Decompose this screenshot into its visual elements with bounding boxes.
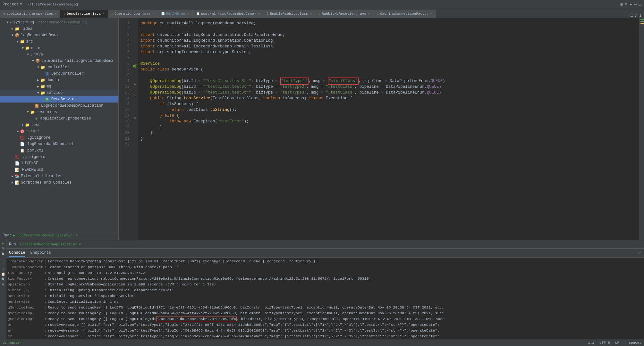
tab-close-btn[interactable]: ✕ [368,12,370,16]
vert-icon-3[interactable]: ⏹ [1,251,6,256]
tree-item-src[interactable]: ▼ 📁 src [0,38,118,45]
tab-close-btn[interactable]: ✕ [431,12,433,16]
tree-label: main [31,46,40,50]
log-sep: : [44,305,47,309]
tree-item-readme[interactable]: 📝 README.md [0,167,118,173]
tree-item-iml[interactable]: 📄 logRecordWebDemo.iml [0,141,118,147]
tree-item-appprops[interactable]: ⚙ application.properties [0,115,118,122]
tab-close-btn[interactable]: ✕ [258,12,260,16]
tree-item-mq[interactable]: ▶ 📁 mq [0,83,118,90]
maximize-icon[interactable]: □ [639,2,641,7]
gutter-fold-17[interactable]: ⊟ [131,115,138,121]
tree-arrow: ▼ [21,46,25,50]
tree-item-logrecordwebdemoapplication[interactable]: A LogRecordWebDemoApplication [0,103,118,109]
tab-close-btn[interactable]: ✕ [103,12,105,16]
vert-icon-6[interactable]: ⬇ [1,267,6,272]
tree-item-domain[interactable]: ▶ 📁 domain [0,77,118,83]
tree-item-target[interactable]: ▶ 🎯 target [0,128,118,135]
run-close[interactable]: ✕ [76,233,78,237]
log-sep: : [44,317,47,321]
tree-item-java[interactable]: ▼ ☕ java [0,51,118,58]
tab-pom[interactable]: 📋 pom.xml (logRecordWebDemo) ✕ [193,10,264,18]
log-sep: : [44,311,47,315]
tab-close-btn[interactable]: ✕ [187,12,189,16]
folder-icon: 📁 [15,27,20,31]
code-line-1: package cn.monitor4all.logrecordwebdemo.… [140,21,640,26]
minimize-icon[interactable]: — [634,2,637,7]
scroll-marker-3 [640,23,644,24]
tree-label: External Libraries [21,174,63,178]
project-label[interactable]: Project [3,2,19,7]
tab-readme[interactable]: 📄 README.md ✕ [158,10,192,18]
log-prefix: tionFactory [8,271,43,275]
tree-label: logRecordWebDemo [21,33,58,37]
tree-item-pom[interactable]: 📋 pom.xml [0,147,118,154]
bookmark-icon[interactable]: ✦ [630,2,632,7]
log-prefix: er [8,334,43,338]
tree-item-gitignore-root[interactable]: 🚫 .gitignore [0,154,118,160]
vert-icon-9[interactable]: ⚙ [1,282,6,287]
tab-icon: ☕ [377,12,379,16]
right-scrollbar[interactable] [640,18,644,240]
code-line-14: public String testService(TestClass test… [140,95,640,101]
tree-item-external-libs[interactable]: ▶ 📚 External Libraries [0,173,118,179]
vert-icon-2[interactable]: ⟳ [1,246,6,251]
log-sep: : [44,323,47,327]
code-line-21: } [140,136,640,142]
tab-console[interactable]: Console [9,249,25,257]
gutter-warning-13: ⚠ [131,92,138,98]
tree-item-scratches[interactable]: ▶ 📝 Scratches and Consoles [0,179,118,186]
code-line-22 [140,142,640,147]
tree-item-idea[interactable]: ▶ 📁 .idea [0,26,118,32]
log-sep: : [44,328,47,333]
tab-endpoints[interactable]: Endpoints [30,249,51,257]
readme-icon: 📝 [15,168,20,172]
gutter-spring-icon: 🌿 [131,63,138,69]
log-line-4: tionFactory : Created new connection: ra… [8,276,643,281]
tree-item-systemlog[interactable]: ▼ ▸ systemLog ~/IdeaProjects/systemLog [0,19,118,26]
code-content[interactable]: package cn.monitor4all.logrecordwebdemo.… [138,18,640,240]
tree-item-license[interactable]: 📄 LICENSE [0,160,118,167]
scroll-marker-1 [640,19,644,20]
expand-icon[interactable]: ⤢ [638,250,641,256]
project-dropdown-arrow[interactable]: ▼ [20,3,22,6]
vert-icon-4[interactable]: ↓ [1,256,6,261]
tree-item-resources[interactable]: ▼ 📁 resources [0,109,118,115]
tree-item-main[interactable]: ▼ 📁 main [0,45,118,51]
tree-item-logrecordwebdemo[interactable]: ▼ 📦 logRecordWebDemo [0,32,118,38]
scratches-icon: 📝 [15,180,20,185]
target-icon: 🎯 [20,129,25,134]
vert-icon-5[interactable]: ↑ [1,261,6,267]
tree-label: .idea [21,27,32,31]
tree-label: LICENSE [22,161,38,166]
tab-demoservice[interactable]: ☕ DemoService.java ✕ [60,10,108,18]
structure-icon[interactable]: ≡ [625,2,627,7]
tree-item-test[interactable]: ▶ 📁 test [0,122,118,128]
log-prefix: gServiceImpl [8,317,43,321]
tree-label: src [26,39,33,44]
tree-arrow: ▶ [10,27,15,31]
vert-icon-8[interactable]: 🔍 [1,277,6,282]
tab-enablerabbit[interactable]: C EnableRabbit.class ✕ [263,10,315,18]
tree-item-democontroller[interactable]: C DemoController [0,70,118,77]
tree-item-controller[interactable]: ▼ 📁 controller [0,64,118,70]
tab-rabbitmqrecevier[interactable]: ☕ RabbitMqRecevier.java ✕ [315,10,374,18]
tree-item-gitignore-module[interactable]: 🚫 .gitignore [0,135,118,141]
tree-arrow: ▼ [26,111,30,114]
tree-item-service-folder[interactable]: ▼ 📁 service [0,90,118,96]
tree-item-demoservice[interactable]: S DemoService [0,96,118,103]
tree-arrow: ▼ [5,21,10,24]
tree-arrow: ▼ [10,34,15,37]
settings-icon[interactable]: ⚙ [620,2,623,7]
tab-close-btn[interactable]: ✕ [310,12,312,16]
tab-operationlog[interactable]: ☕ OperationLog.java ✕ [108,10,158,18]
tab-application-properties[interactable]: ● application.properties ✕ [0,10,60,18]
tab-close-btn[interactable]: ✕ [152,12,154,16]
tab-cachingconnection[interactable]: ☕ CachingConnectionFac... ✕ [374,10,436,18]
tree-item-package[interactable]: ▼ 📦 cn.monitor4all.logrecordwebdemo [0,58,118,64]
tab-close-btn[interactable]: ✕ [55,12,57,16]
log-area: .TomcatWebServer : LogRecord RabbitMqCon… [6,258,644,339]
vert-icon-7[interactable]: 📋 [1,272,6,277]
vert-icon-1[interactable]: ▶ [1,241,6,246]
run-close-btn[interactable]: ✕ [79,242,81,247]
